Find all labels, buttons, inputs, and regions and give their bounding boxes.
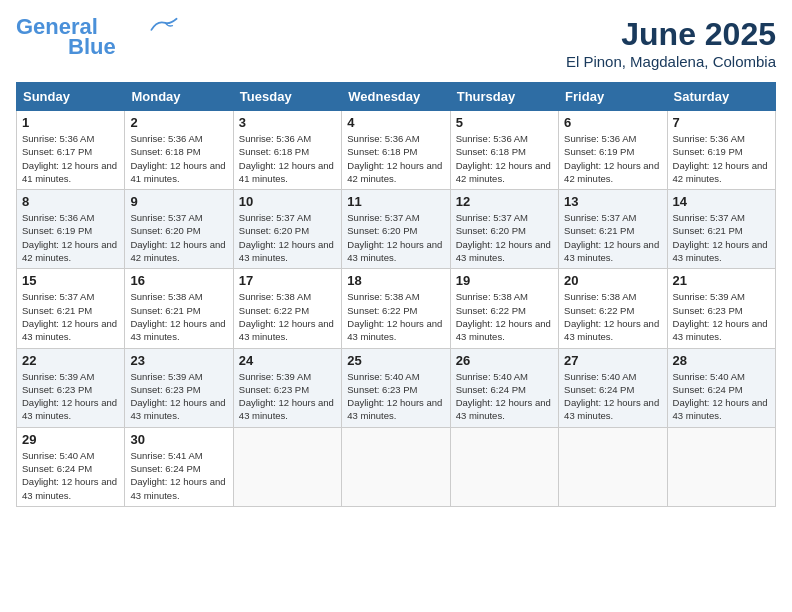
day-number: 14 xyxy=(673,194,770,209)
day-number: 21 xyxy=(673,273,770,288)
logo-bird-icon xyxy=(150,16,178,34)
day-info: Sunrise: 5:36 AMSunset: 6:18 PMDaylight:… xyxy=(347,132,444,185)
table-row: 27Sunrise: 5:40 AMSunset: 6:24 PMDayligh… xyxy=(559,348,667,427)
table-row: 2Sunrise: 5:36 AMSunset: 6:18 PMDaylight… xyxy=(125,111,233,190)
table-row: 7Sunrise: 5:36 AMSunset: 6:19 PMDaylight… xyxy=(667,111,775,190)
col-wednesday: Wednesday xyxy=(342,83,450,111)
table-row: 26Sunrise: 5:40 AMSunset: 6:24 PMDayligh… xyxy=(450,348,558,427)
month-title: June 2025 xyxy=(566,16,776,53)
day-number: 20 xyxy=(564,273,661,288)
table-row: 13Sunrise: 5:37 AMSunset: 6:21 PMDayligh… xyxy=(559,190,667,269)
table-row: 15Sunrise: 5:37 AMSunset: 6:21 PMDayligh… xyxy=(17,269,125,348)
day-info: Sunrise: 5:40 AMSunset: 6:24 PMDaylight:… xyxy=(564,370,661,423)
day-info: Sunrise: 5:36 AMSunset: 6:19 PMDaylight:… xyxy=(564,132,661,185)
table-row xyxy=(233,427,341,506)
location-title: El Pinon, Magdalena, Colombia xyxy=(566,53,776,70)
day-info: Sunrise: 5:40 AMSunset: 6:24 PMDaylight:… xyxy=(456,370,553,423)
table-row: 29Sunrise: 5:40 AMSunset: 6:24 PMDayligh… xyxy=(17,427,125,506)
day-number: 28 xyxy=(673,353,770,368)
day-info: Sunrise: 5:38 AMSunset: 6:21 PMDaylight:… xyxy=(130,290,227,343)
table-row: 24Sunrise: 5:39 AMSunset: 6:23 PMDayligh… xyxy=(233,348,341,427)
table-row: 18Sunrise: 5:38 AMSunset: 6:22 PMDayligh… xyxy=(342,269,450,348)
day-number: 1 xyxy=(22,115,119,130)
title-block: June 2025 El Pinon, Magdalena, Colombia xyxy=(566,16,776,70)
page-header: General Blue June 2025 El Pinon, Magdale… xyxy=(16,16,776,70)
day-info: Sunrise: 5:39 AMSunset: 6:23 PMDaylight:… xyxy=(239,370,336,423)
day-number: 11 xyxy=(347,194,444,209)
day-info: Sunrise: 5:37 AMSunset: 6:20 PMDaylight:… xyxy=(456,211,553,264)
table-row: 5Sunrise: 5:36 AMSunset: 6:18 PMDaylight… xyxy=(450,111,558,190)
col-thursday: Thursday xyxy=(450,83,558,111)
day-info: Sunrise: 5:36 AMSunset: 6:19 PMDaylight:… xyxy=(673,132,770,185)
day-info: Sunrise: 5:39 AMSunset: 6:23 PMDaylight:… xyxy=(673,290,770,343)
day-info: Sunrise: 5:36 AMSunset: 6:17 PMDaylight:… xyxy=(22,132,119,185)
table-row: 11Sunrise: 5:37 AMSunset: 6:20 PMDayligh… xyxy=(342,190,450,269)
day-number: 9 xyxy=(130,194,227,209)
calendar-row: 29Sunrise: 5:40 AMSunset: 6:24 PMDayligh… xyxy=(17,427,776,506)
day-number: 30 xyxy=(130,432,227,447)
day-number: 24 xyxy=(239,353,336,368)
day-info: Sunrise: 5:38 AMSunset: 6:22 PMDaylight:… xyxy=(456,290,553,343)
day-info: Sunrise: 5:39 AMSunset: 6:23 PMDaylight:… xyxy=(22,370,119,423)
logo: General Blue xyxy=(16,16,178,58)
col-saturday: Saturday xyxy=(667,83,775,111)
table-row: 3Sunrise: 5:36 AMSunset: 6:18 PMDaylight… xyxy=(233,111,341,190)
day-number: 5 xyxy=(456,115,553,130)
day-info: Sunrise: 5:36 AMSunset: 6:18 PMDaylight:… xyxy=(239,132,336,185)
table-row xyxy=(667,427,775,506)
day-info: Sunrise: 5:38 AMSunset: 6:22 PMDaylight:… xyxy=(239,290,336,343)
day-number: 19 xyxy=(456,273,553,288)
table-row: 4Sunrise: 5:36 AMSunset: 6:18 PMDaylight… xyxy=(342,111,450,190)
day-number: 8 xyxy=(22,194,119,209)
day-info: Sunrise: 5:40 AMSunset: 6:24 PMDaylight:… xyxy=(673,370,770,423)
day-number: 6 xyxy=(564,115,661,130)
col-sunday: Sunday xyxy=(17,83,125,111)
day-number: 18 xyxy=(347,273,444,288)
col-friday: Friday xyxy=(559,83,667,111)
day-info: Sunrise: 5:36 AMSunset: 6:18 PMDaylight:… xyxy=(456,132,553,185)
day-number: 3 xyxy=(239,115,336,130)
day-number: 23 xyxy=(130,353,227,368)
table-row: 22Sunrise: 5:39 AMSunset: 6:23 PMDayligh… xyxy=(17,348,125,427)
table-row: 17Sunrise: 5:38 AMSunset: 6:22 PMDayligh… xyxy=(233,269,341,348)
table-row: 25Sunrise: 5:40 AMSunset: 6:23 PMDayligh… xyxy=(342,348,450,427)
table-row: 21Sunrise: 5:39 AMSunset: 6:23 PMDayligh… xyxy=(667,269,775,348)
day-info: Sunrise: 5:37 AMSunset: 6:21 PMDaylight:… xyxy=(673,211,770,264)
calendar-row: 1Sunrise: 5:36 AMSunset: 6:17 PMDaylight… xyxy=(17,111,776,190)
day-info: Sunrise: 5:37 AMSunset: 6:21 PMDaylight:… xyxy=(564,211,661,264)
table-row: 10Sunrise: 5:37 AMSunset: 6:20 PMDayligh… xyxy=(233,190,341,269)
calendar-header-row: Sunday Monday Tuesday Wednesday Thursday… xyxy=(17,83,776,111)
table-row xyxy=(342,427,450,506)
table-row xyxy=(450,427,558,506)
day-info: Sunrise: 5:36 AMSunset: 6:19 PMDaylight:… xyxy=(22,211,119,264)
day-number: 10 xyxy=(239,194,336,209)
day-number: 17 xyxy=(239,273,336,288)
day-info: Sunrise: 5:36 AMSunset: 6:18 PMDaylight:… xyxy=(130,132,227,185)
day-number: 2 xyxy=(130,115,227,130)
day-info: Sunrise: 5:40 AMSunset: 6:23 PMDaylight:… xyxy=(347,370,444,423)
table-row: 19Sunrise: 5:38 AMSunset: 6:22 PMDayligh… xyxy=(450,269,558,348)
day-info: Sunrise: 5:37 AMSunset: 6:20 PMDaylight:… xyxy=(347,211,444,264)
col-monday: Monday xyxy=(125,83,233,111)
day-info: Sunrise: 5:39 AMSunset: 6:23 PMDaylight:… xyxy=(130,370,227,423)
calendar-row: 8Sunrise: 5:36 AMSunset: 6:19 PMDaylight… xyxy=(17,190,776,269)
day-info: Sunrise: 5:37 AMSunset: 6:21 PMDaylight:… xyxy=(22,290,119,343)
day-number: 7 xyxy=(673,115,770,130)
calendar-row: 22Sunrise: 5:39 AMSunset: 6:23 PMDayligh… xyxy=(17,348,776,427)
table-row xyxy=(559,427,667,506)
table-row: 20Sunrise: 5:38 AMSunset: 6:22 PMDayligh… xyxy=(559,269,667,348)
col-tuesday: Tuesday xyxy=(233,83,341,111)
table-row: 14Sunrise: 5:37 AMSunset: 6:21 PMDayligh… xyxy=(667,190,775,269)
day-number: 16 xyxy=(130,273,227,288)
day-number: 25 xyxy=(347,353,444,368)
day-info: Sunrise: 5:41 AMSunset: 6:24 PMDaylight:… xyxy=(130,449,227,502)
table-row: 6Sunrise: 5:36 AMSunset: 6:19 PMDaylight… xyxy=(559,111,667,190)
calendar-row: 15Sunrise: 5:37 AMSunset: 6:21 PMDayligh… xyxy=(17,269,776,348)
table-row: 28Sunrise: 5:40 AMSunset: 6:24 PMDayligh… xyxy=(667,348,775,427)
day-info: Sunrise: 5:38 AMSunset: 6:22 PMDaylight:… xyxy=(564,290,661,343)
day-number: 29 xyxy=(22,432,119,447)
day-info: Sunrise: 5:37 AMSunset: 6:20 PMDaylight:… xyxy=(239,211,336,264)
table-row: 23Sunrise: 5:39 AMSunset: 6:23 PMDayligh… xyxy=(125,348,233,427)
table-row: 1Sunrise: 5:36 AMSunset: 6:17 PMDaylight… xyxy=(17,111,125,190)
day-number: 26 xyxy=(456,353,553,368)
